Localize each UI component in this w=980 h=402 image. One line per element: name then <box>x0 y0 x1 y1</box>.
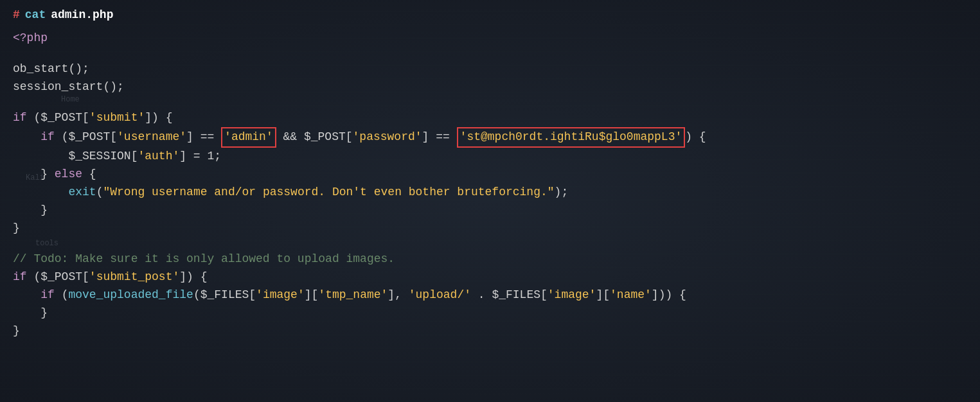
line-empty-2 <box>13 96 967 109</box>
ob-start-text: ob_start(); <box>13 60 89 78</box>
close-final-text: } <box>13 322 20 340</box>
username-value: 'admin' <box>224 130 273 143</box>
line-close-outer-brace: } <box>13 220 967 238</box>
prompt-hash: # <box>13 6 20 24</box>
line-else: } else { <box>13 166 967 184</box>
indent-2 <box>13 128 40 146</box>
title-line: # cat admin.php <box>13 6 967 24</box>
line-exit: exit("Wrong username and/or password. Do… <box>13 184 967 202</box>
line-if-submit: if ($_POST['submit']) { <box>13 109 967 127</box>
line-ob-start: ob_start(); <box>13 60 967 78</box>
close-outer-brace-text: } <box>13 220 20 238</box>
line-move-uploaded: if ( move_uploaded_file ($_FILES['image'… <box>13 286 967 304</box>
indent-move <box>13 286 40 304</box>
line-empty-1 <box>13 48 967 60</box>
password-highlight: 'st@mpch0rdt.ightiRu$glo0mappL3' <box>457 127 686 148</box>
line-empty-3 <box>13 238 967 250</box>
code-block: <?php ob_start(); session_start(); if ($… <box>13 30 967 340</box>
line-session-auth: $_SESSION['auth'] = 1; <box>13 148 967 166</box>
move-args: ($_FILES['image']['tmp_name'], 'upload/'… <box>193 286 686 304</box>
close-move-text: } <box>13 304 48 322</box>
password-value: 'st@mpch0rdt.ightiRu$glo0mappL3' <box>460 130 682 143</box>
line-if-submit-post: if ($_POST['submit_post']) { <box>13 268 967 286</box>
exit-function: exit <box>68 184 96 202</box>
line-session-start: session_start(); <box>13 78 967 96</box>
line-if-credentials: if ($_POST['username'] == 'admin' && $_P… <box>13 127 967 148</box>
if-submit-text: ($_POST['submit']) { <box>27 109 173 127</box>
exit-text: ("Wrong username and/or password. Don't … <box>96 184 569 202</box>
and-post: && $_POST['password'] == <box>276 128 457 146</box>
session-auth-text: $_SESSION['auth'] = 1; <box>13 148 221 166</box>
close-inner-brace-text: } <box>13 202 48 220</box>
cat-command: cat <box>25 6 46 24</box>
line-comment: // Todo: Make sure it is only allowed to… <box>13 250 967 268</box>
if-cred-pre: ($_POST['username'] == <box>55 128 221 146</box>
php-open-tag: <?php <box>13 30 48 48</box>
session-start-text: session_start(); <box>13 78 124 96</box>
else-text: } <box>13 166 55 184</box>
if-keyword-4: if <box>40 286 55 304</box>
comment-text: // Todo: Make sure it is only allowed to… <box>13 250 395 268</box>
if-keyword-1: if <box>13 109 27 127</box>
filename: admin.php <box>51 6 113 24</box>
else-keyword: else <box>55 166 82 184</box>
exit-call <box>13 184 68 202</box>
line-close-inner-brace: } <box>13 202 967 220</box>
if-keyword-3: if <box>13 268 27 286</box>
if-submit-post-text: ($_POST['submit_post']) { <box>27 268 208 286</box>
else-open: { <box>82 166 96 184</box>
move-function: move_uploaded_file <box>68 286 193 304</box>
terminal-content: # cat admin.php <?php ob_start(); sessio… <box>0 0 980 347</box>
move-pre: ( <box>55 286 69 304</box>
line-php-open: <?php <box>13 30 967 48</box>
username-highlight: 'admin' <box>221 127 276 148</box>
line-close-move: } <box>13 304 967 322</box>
line-close-final: } <box>13 322 967 340</box>
if-cred-close: ) { <box>685 128 706 146</box>
if-keyword-2: if <box>40 128 55 146</box>
